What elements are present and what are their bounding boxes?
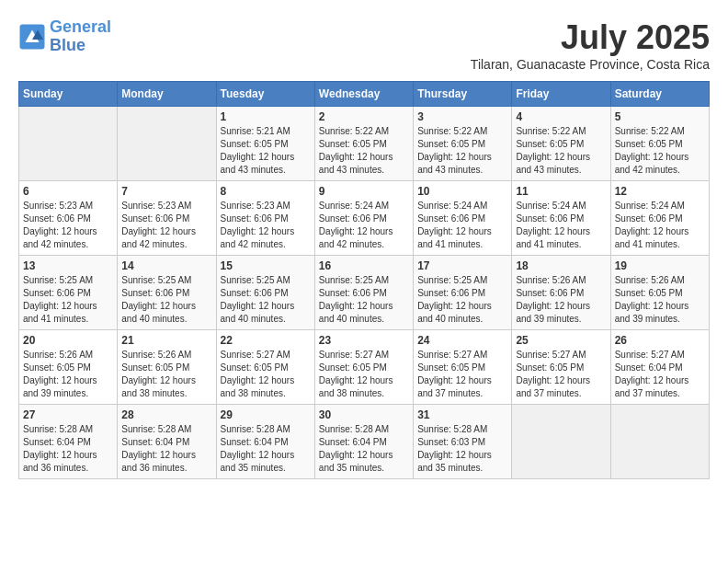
sunrise: Sunrise: 5:23 AM (23, 201, 93, 211)
sunset: Sunset: 6:04 PM (319, 437, 387, 447)
calendar-cell: 22 Sunrise: 5:27 AM Sunset: 6:05 PM Dayl… (216, 330, 314, 405)
sunset: Sunset: 6:05 PM (319, 139, 387, 149)
day-number: 10 (417, 185, 507, 198)
day-detail: Sunrise: 5:27 AM Sunset: 6:04 PM Dayligh… (615, 349, 705, 400)
logo-general: General (50, 17, 111, 36)
calendar-cell: 4 Sunrise: 5:22 AM Sunset: 6:05 PM Dayli… (512, 107, 610, 181)
sunrise: Sunrise: 5:25 AM (417, 275, 487, 285)
day-detail: Sunrise: 5:28 AM Sunset: 6:04 PM Dayligh… (121, 423, 211, 475)
day-detail: Sunrise: 5:22 AM Sunset: 6:05 PM Dayligh… (516, 125, 606, 177)
daylight: Daylight: 12 hours and 38 minutes. (319, 375, 393, 398)
sunset: Sunset: 6:05 PM (417, 362, 485, 373)
calendar-cell: 25 Sunrise: 5:27 AM Sunset: 6:05 PM Dayl… (512, 330, 610, 405)
sunrise: Sunrise: 5:24 AM (516, 201, 586, 211)
sunset: Sunset: 6:04 PM (121, 437, 189, 447)
day-detail: Sunrise: 5:28 AM Sunset: 6:04 PM Dayligh… (23, 423, 113, 475)
sunrise: Sunrise: 5:28 AM (221, 424, 290, 434)
calendar-cell: 29 Sunrise: 5:28 AM Sunset: 6:04 PM Dayl… (216, 405, 314, 479)
day-number: 1 (221, 110, 311, 123)
daylight: Daylight: 12 hours and 37 minutes. (417, 375, 492, 398)
daylight: Daylight: 12 hours and 42 minutes. (221, 226, 295, 249)
day-number: 28 (121, 408, 211, 421)
calendar-cell: 27 Sunrise: 5:28 AM Sunset: 6:04 PM Dayl… (19, 405, 118, 479)
day-detail: Sunrise: 5:23 AM Sunset: 6:06 PM Dayligh… (221, 200, 311, 251)
col-friday: Friday (512, 82, 610, 107)
sunset: Sunset: 6:06 PM (121, 288, 189, 298)
calendar-cell: 1 Sunrise: 5:21 AM Sunset: 6:05 PM Dayli… (216, 107, 314, 181)
day-detail: Sunrise: 5:24 AM Sunset: 6:06 PM Dayligh… (615, 200, 705, 251)
logo: General Blue (18, 18, 111, 55)
page-header: General Blue July 2025 Tilaran, Guanacas… (18, 18, 710, 72)
calendar-body: 1 Sunrise: 5:21 AM Sunset: 6:05 PM Dayli… (19, 107, 710, 479)
sunset: Sunset: 6:04 PM (221, 437, 289, 447)
day-number: 26 (615, 334, 705, 347)
day-detail: Sunrise: 5:26 AM Sunset: 6:05 PM Dayligh… (615, 274, 705, 326)
day-number: 17 (417, 259, 507, 272)
calendar-cell: 7 Sunrise: 5:23 AM Sunset: 6:06 PM Dayli… (118, 181, 216, 256)
daylight: Daylight: 12 hours and 36 minutes. (121, 450, 196, 473)
sunset: Sunset: 6:05 PM (221, 362, 289, 373)
day-detail: Sunrise: 5:26 AM Sunset: 6:05 PM Dayligh… (121, 349, 211, 400)
sunrise: Sunrise: 5:26 AM (516, 275, 586, 285)
daylight: Daylight: 12 hours and 43 minutes. (516, 152, 590, 175)
sunset: Sunset: 6:05 PM (221, 139, 289, 149)
sunset: Sunset: 6:05 PM (516, 362, 584, 373)
day-number: 22 (221, 334, 311, 347)
calendar-cell: 21 Sunrise: 5:26 AM Sunset: 6:05 PM Dayl… (118, 330, 216, 405)
calendar-cell: 12 Sunrise: 5:24 AM Sunset: 6:06 PM Dayl… (610, 181, 709, 256)
sunrise: Sunrise: 5:25 AM (121, 275, 191, 285)
calendar-cell: 9 Sunrise: 5:24 AM Sunset: 6:06 PM Dayli… (314, 181, 413, 256)
day-number: 9 (319, 185, 409, 198)
calendar-week-3: 13 Sunrise: 5:25 AM Sunset: 6:06 PM Dayl… (19, 256, 710, 330)
calendar-cell: 15 Sunrise: 5:25 AM Sunset: 6:06 PM Dayl… (216, 256, 314, 330)
sunset: Sunset: 6:06 PM (516, 288, 584, 298)
sunrise: Sunrise: 5:26 AM (23, 350, 93, 360)
daylight: Daylight: 12 hours and 40 minutes. (319, 301, 393, 324)
daylight: Daylight: 12 hours and 35 minutes. (221, 450, 295, 473)
sunset: Sunset: 6:06 PM (221, 288, 289, 298)
daylight: Daylight: 12 hours and 37 minutes. (615, 375, 689, 398)
sunrise: Sunrise: 5:27 AM (221, 350, 290, 360)
daylight: Daylight: 12 hours and 37 minutes. (516, 375, 590, 398)
calendar-cell: 3 Sunrise: 5:22 AM Sunset: 6:05 PM Dayli… (414, 107, 512, 181)
daylight: Daylight: 12 hours and 40 minutes. (417, 301, 492, 324)
day-detail: Sunrise: 5:25 AM Sunset: 6:06 PM Dayligh… (221, 274, 311, 326)
sunrise: Sunrise: 5:25 AM (319, 275, 389, 285)
day-detail: Sunrise: 5:25 AM Sunset: 6:06 PM Dayligh… (121, 274, 211, 326)
day-detail: Sunrise: 5:22 AM Sunset: 6:05 PM Dayligh… (615, 125, 705, 177)
calendar-header: Sunday Monday Tuesday Wednesday Thursday… (19, 82, 710, 107)
logo-text: General Blue (50, 18, 111, 55)
daylight: Daylight: 12 hours and 43 minutes. (417, 152, 492, 175)
day-number: 11 (516, 185, 606, 198)
sunset: Sunset: 6:04 PM (615, 362, 683, 373)
calendar-cell: 13 Sunrise: 5:25 AM Sunset: 6:06 PM Dayl… (19, 256, 118, 330)
calendar-cell (610, 405, 709, 479)
day-number: 20 (23, 334, 113, 347)
sunset: Sunset: 6:06 PM (615, 213, 683, 224)
sunrise: Sunrise: 5:22 AM (319, 126, 389, 136)
day-number: 5 (615, 110, 705, 123)
daylight: Daylight: 12 hours and 40 minutes. (121, 301, 196, 324)
daylight: Daylight: 12 hours and 39 minutes. (615, 301, 689, 324)
day-detail: Sunrise: 5:26 AM Sunset: 6:05 PM Dayligh… (23, 349, 113, 400)
day-number: 29 (221, 408, 311, 421)
calendar-cell: 31 Sunrise: 5:28 AM Sunset: 6:03 PM Dayl… (414, 405, 512, 479)
day-number: 18 (516, 259, 606, 272)
day-detail: Sunrise: 5:27 AM Sunset: 6:05 PM Dayligh… (516, 349, 606, 400)
sunset: Sunset: 6:05 PM (121, 362, 189, 373)
day-detail: Sunrise: 5:27 AM Sunset: 6:05 PM Dayligh… (221, 349, 311, 400)
day-number: 12 (615, 185, 705, 198)
day-number: 23 (319, 334, 409, 347)
day-detail: Sunrise: 5:22 AM Sunset: 6:05 PM Dayligh… (319, 125, 409, 177)
day-number: 15 (221, 259, 311, 272)
day-number: 21 (121, 334, 211, 347)
calendar-cell: 18 Sunrise: 5:26 AM Sunset: 6:06 PM Dayl… (512, 256, 610, 330)
sunrise: Sunrise: 5:25 AM (23, 275, 93, 285)
day-number: 2 (319, 110, 409, 123)
day-detail: Sunrise: 5:24 AM Sunset: 6:06 PM Dayligh… (319, 200, 409, 251)
sunset: Sunset: 6:06 PM (516, 213, 584, 224)
day-number: 25 (516, 334, 606, 347)
calendar-week-5: 27 Sunrise: 5:28 AM Sunset: 6:04 PM Dayl… (19, 405, 710, 479)
daylight: Daylight: 12 hours and 42 minutes. (319, 226, 393, 249)
col-tuesday: Tuesday (216, 82, 314, 107)
